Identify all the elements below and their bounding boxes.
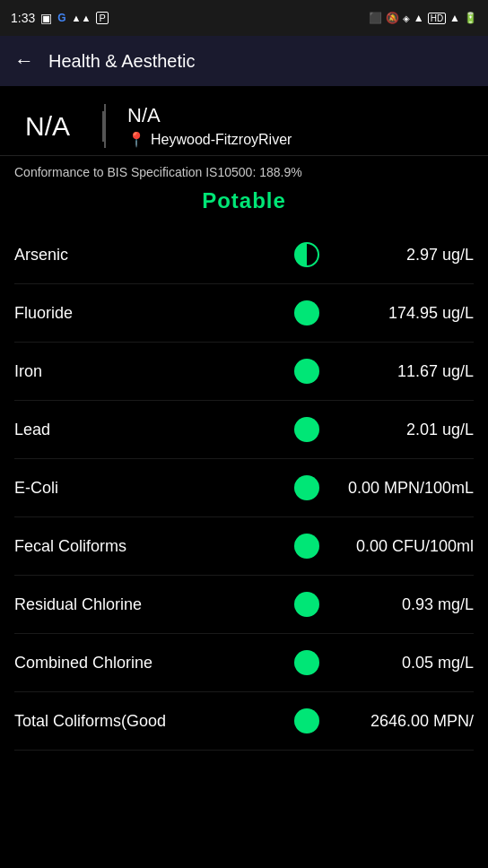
param-indicator (294, 650, 319, 675)
param-indicator (294, 592, 319, 617)
param-row: Lead2.01 ug/L (14, 401, 474, 459)
param-value: 0.00 CFU/100ml (330, 537, 474, 556)
hd-badge: HD (428, 13, 446, 24)
param-row: Total Coliforms(Good2646.00 MPN/ (14, 692, 474, 751)
status-left: 1:33 ▣ G ▲▲ P (11, 11, 109, 25)
info-right: N/A 📍 Heywood-FitzroyRiver (106, 104, 292, 148)
param-indicator (294, 534, 319, 559)
param-name: Combined Chlorine (14, 654, 294, 673)
param-value: 174.95 ug/L (330, 304, 474, 323)
signal-icon: ▲▲ (72, 13, 92, 23)
location-name: Heywood-FitzroyRiver (151, 132, 292, 148)
param-indicator (294, 242, 319, 267)
param-row: Fluoride174.95 ug/L (14, 284, 474, 343)
param-value: 0.00 MPN/100mL (330, 479, 474, 498)
status-right: ⬛ 🔕 ◈ ▲ HD ▲ 🔋 (369, 12, 477, 24)
param-name: Fluoride (14, 304, 294, 323)
potable-badge: Potable (0, 183, 488, 226)
mute-icon: 🔕 (386, 12, 399, 24)
param-name: E-Coli (14, 479, 294, 498)
param-value: 0.05 mg/L (330, 654, 474, 673)
top-bar: ← Health & Aesthetic (0, 36, 488, 86)
param-name: Iron (14, 362, 294, 381)
page-title: Health & Aesthetic (48, 51, 195, 72)
google-icon: G (57, 12, 65, 24)
wifi-icon: ▲ (414, 12, 424, 24)
cast-icon: ⬛ (369, 12, 382, 24)
param-row: Iron11.67 ug/L (14, 343, 474, 401)
param-row: E-Coli0.00 MPN/100mL (14, 459, 474, 517)
param-value: 2.01 ug/L (330, 421, 474, 439)
param-row: Arsenic2.97 ug/L (14, 226, 474, 284)
param-indicator (294, 359, 319, 384)
param-value: 2.97 ug/L (330, 246, 474, 265)
back-button[interactable]: ← (14, 49, 34, 73)
param-row: Fecal Coliforms0.00 CFU/100ml (14, 517, 474, 576)
param-name: Lead (14, 421, 294, 439)
param-indicator (294, 417, 319, 442)
screen-record-icon: ▣ (40, 11, 52, 25)
status-bar: 1:33 ▣ G ▲▲ P ⬛ 🔕 ◈ ▲ HD ▲ 🔋 (0, 0, 488, 36)
param-value: 11.67 ug/L (330, 362, 474, 381)
parking-icon: P (96, 12, 108, 24)
param-row: Residual Chlorine0.93 mg/L (14, 576, 474, 634)
param-indicator (294, 300, 319, 326)
parameter-list: Arsenic2.97 ug/LFluoride174.95 ug/LIron1… (0, 226, 488, 751)
location-row: 📍 Heywood-FitzroyRiver (127, 131, 292, 148)
param-name: Arsenic (14, 246, 294, 265)
nfc-icon: ◈ (403, 13, 410, 23)
param-name: Residual Chlorine (14, 595, 294, 614)
battery-icon: 🔋 (464, 12, 477, 24)
status-time: 1:33 (11, 11, 35, 25)
param-row: Combined Chlorine0.05 mg/L (14, 634, 474, 692)
location-icon: 📍 (127, 131, 145, 148)
right-na-value: N/A (127, 104, 292, 127)
param-value: 2646.00 MPN/ (330, 712, 474, 731)
info-section: N/A N/A 📍 Heywood-FitzroyRiver (0, 86, 488, 156)
param-name: Fecal Coliforms (14, 537, 294, 556)
param-indicator (294, 475, 319, 500)
param-indicator (294, 708, 319, 733)
param-value: 0.93 mg/L (330, 595, 474, 614)
signal-bars-icon: ▲ (449, 12, 460, 24)
left-value: N/A (14, 111, 104, 142)
conformance-text: Conformance to BIS Specification IS10500… (0, 156, 488, 183)
param-name: Total Coliforms(Good (14, 712, 294, 731)
